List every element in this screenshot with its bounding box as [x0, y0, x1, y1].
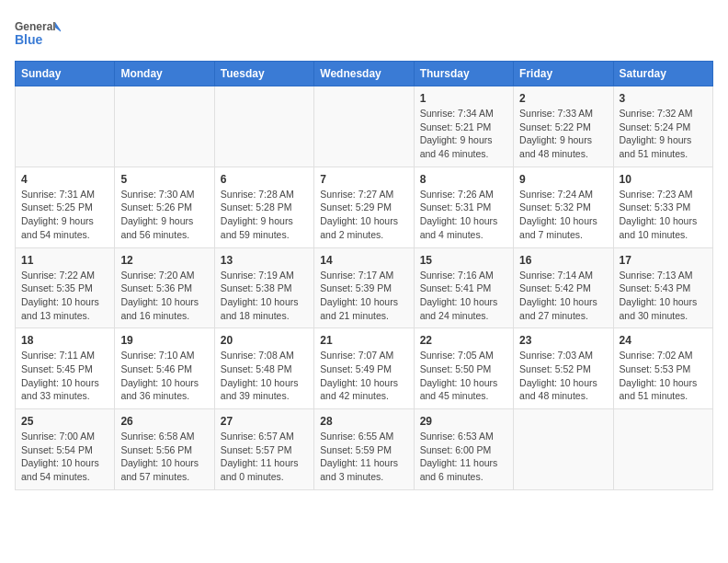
weekday-header: Sunday [16, 62, 115, 86]
day-number: 15 [420, 254, 507, 267]
calendar-cell: 16Sunrise: 7:14 AM Sunset: 5:42 PM Dayli… [514, 247, 613, 328]
calendar-cell: 14Sunrise: 7:17 AM Sunset: 5:39 PM Dayli… [314, 247, 414, 328]
day-info: Sunrise: 7:31 AM Sunset: 5:25 PM Dayligh… [21, 188, 108, 242]
calendar-body: 1Sunrise: 7:34 AM Sunset: 5:21 PM Daylig… [16, 86, 713, 490]
calendar-cell: 12Sunrise: 7:20 AM Sunset: 5:36 PM Dayli… [115, 247, 214, 328]
calendar-cell: 1Sunrise: 7:34 AM Sunset: 5:21 PM Daylig… [414, 86, 513, 167]
day-number: 17 [620, 254, 707, 267]
calendar-header: SundayMondayTuesdayWednesdayThursdayFrid… [16, 62, 713, 86]
day-number: 25 [21, 415, 108, 428]
day-info: Sunrise: 7:03 AM Sunset: 5:52 PM Dayligh… [519, 349, 607, 403]
logo-svg: General Blue [15, 15, 61, 52]
calendar-cell [16, 86, 115, 167]
day-number: 26 [120, 415, 208, 428]
calendar-cell [214, 86, 313, 167]
day-number: 8 [420, 173, 507, 186]
calendar-cell: 17Sunrise: 7:13 AM Sunset: 5:43 PM Dayli… [613, 247, 712, 328]
day-info: Sunrise: 7:05 AM Sunset: 5:50 PM Dayligh… [420, 349, 507, 403]
weekday-header: Monday [115, 62, 214, 86]
weekday-header: Friday [514, 62, 613, 86]
day-number: 4 [21, 173, 108, 186]
day-info: Sunrise: 7:13 AM Sunset: 5:43 PM Dayligh… [620, 269, 707, 323]
day-info: Sunrise: 7:30 AM Sunset: 5:26 PM Dayligh… [120, 188, 208, 242]
calendar-cell: 5Sunrise: 7:30 AM Sunset: 5:26 PM Daylig… [115, 167, 214, 247]
weekday-header-row: SundayMondayTuesdayWednesdayThursdayFrid… [16, 62, 713, 86]
day-number: 28 [320, 415, 407, 428]
calendar-cell [314, 86, 414, 167]
calendar-cell: 7Sunrise: 7:27 AM Sunset: 5:29 PM Daylig… [314, 167, 414, 247]
day-number: 13 [221, 254, 308, 267]
day-number: 24 [620, 334, 707, 347]
calendar-week-row: 18Sunrise: 7:11 AM Sunset: 5:45 PM Dayli… [16, 328, 713, 409]
day-info: Sunrise: 7:23 AM Sunset: 5:33 PM Dayligh… [620, 188, 707, 242]
calendar-cell: 27Sunrise: 6:57 AM Sunset: 5:57 PM Dayli… [214, 409, 313, 490]
day-info: Sunrise: 7:34 AM Sunset: 5:21 PM Dayligh… [420, 107, 507, 161]
calendar-cell: 25Sunrise: 7:00 AM Sunset: 5:54 PM Dayli… [16, 409, 115, 490]
day-info: Sunrise: 6:58 AM Sunset: 5:56 PM Dayligh… [120, 430, 208, 484]
calendar-cell: 23Sunrise: 7:03 AM Sunset: 5:52 PM Dayli… [514, 328, 613, 409]
day-number: 7 [320, 173, 407, 186]
day-number: 23 [519, 334, 607, 347]
calendar-cell: 10Sunrise: 7:23 AM Sunset: 5:33 PM Dayli… [613, 167, 712, 247]
page-header: General Blue [15, 15, 713, 52]
day-number: 20 [221, 334, 308, 347]
day-info: Sunrise: 7:24 AM Sunset: 5:32 PM Dayligh… [519, 188, 607, 242]
day-info: Sunrise: 7:00 AM Sunset: 5:54 PM Dayligh… [21, 430, 108, 484]
day-info: Sunrise: 6:55 AM Sunset: 5:59 PM Dayligh… [320, 430, 407, 484]
day-number: 10 [620, 173, 707, 186]
day-number: 16 [519, 254, 607, 267]
day-number: 6 [221, 173, 308, 186]
calendar-cell [613, 409, 712, 490]
calendar-week-row: 1Sunrise: 7:34 AM Sunset: 5:21 PM Daylig… [16, 86, 713, 167]
day-number: 1 [420, 92, 507, 105]
weekday-header: Thursday [414, 62, 513, 86]
day-number: 14 [320, 254, 407, 267]
day-info: Sunrise: 6:53 AM Sunset: 6:00 PM Dayligh… [420, 430, 507, 484]
calendar-week-row: 4Sunrise: 7:31 AM Sunset: 5:25 PM Daylig… [16, 167, 713, 247]
day-number: 3 [620, 92, 707, 105]
day-number: 2 [519, 92, 607, 105]
day-info: Sunrise: 7:19 AM Sunset: 5:38 PM Dayligh… [221, 269, 308, 323]
day-info: Sunrise: 7:14 AM Sunset: 5:42 PM Dayligh… [519, 269, 607, 323]
day-info: Sunrise: 7:22 AM Sunset: 5:35 PM Dayligh… [21, 269, 108, 323]
day-number: 12 [120, 254, 208, 267]
day-info: Sunrise: 7:16 AM Sunset: 5:41 PM Dayligh… [420, 269, 507, 323]
day-number: 21 [320, 334, 407, 347]
calendar-cell: 20Sunrise: 7:08 AM Sunset: 5:48 PM Dayli… [214, 328, 313, 409]
weekday-header: Tuesday [214, 62, 313, 86]
calendar-cell: 24Sunrise: 7:02 AM Sunset: 5:53 PM Dayli… [613, 328, 712, 409]
calendar-cell: 13Sunrise: 7:19 AM Sunset: 5:38 PM Dayli… [214, 247, 313, 328]
day-info: Sunrise: 7:11 AM Sunset: 5:45 PM Dayligh… [21, 349, 108, 403]
calendar-cell: 3Sunrise: 7:32 AM Sunset: 5:24 PM Daylig… [613, 86, 712, 167]
calendar-cell: 2Sunrise: 7:33 AM Sunset: 5:22 PM Daylig… [514, 86, 613, 167]
calendar-cell: 6Sunrise: 7:28 AM Sunset: 5:28 PM Daylig… [214, 167, 313, 247]
day-info: Sunrise: 7:20 AM Sunset: 5:36 PM Dayligh… [120, 269, 208, 323]
calendar-cell: 21Sunrise: 7:07 AM Sunset: 5:49 PM Dayli… [314, 328, 414, 409]
calendar-cell: 15Sunrise: 7:16 AM Sunset: 5:41 PM Dayli… [414, 247, 513, 328]
day-number: 11 [21, 254, 108, 267]
calendar-cell: 28Sunrise: 6:55 AM Sunset: 5:59 PM Dayli… [314, 409, 414, 490]
day-info: Sunrise: 7:26 AM Sunset: 5:31 PM Dayligh… [420, 188, 507, 242]
weekday-header: Saturday [613, 62, 712, 86]
day-number: 18 [21, 334, 108, 347]
svg-text:General: General [15, 20, 56, 33]
calendar-cell [514, 409, 613, 490]
calendar-cell: 22Sunrise: 7:05 AM Sunset: 5:50 PM Dayli… [414, 328, 513, 409]
day-number: 19 [120, 334, 208, 347]
day-number: 27 [221, 415, 308, 428]
svg-marker-2 [55, 22, 61, 33]
calendar-table: SundayMondayTuesdayWednesdayThursdayFrid… [15, 61, 713, 490]
svg-text:Blue: Blue [15, 32, 43, 47]
calendar-cell: 19Sunrise: 7:10 AM Sunset: 5:46 PM Dayli… [115, 328, 214, 409]
day-info: Sunrise: 7:27 AM Sunset: 5:29 PM Dayligh… [320, 188, 407, 242]
weekday-header: Wednesday [314, 62, 414, 86]
calendar-cell: 9Sunrise: 7:24 AM Sunset: 5:32 PM Daylig… [514, 167, 613, 247]
calendar-cell: 18Sunrise: 7:11 AM Sunset: 5:45 PM Dayli… [16, 328, 115, 409]
logo: General Blue [15, 15, 61, 52]
calendar-cell: 11Sunrise: 7:22 AM Sunset: 5:35 PM Dayli… [16, 247, 115, 328]
calendar-week-row: 25Sunrise: 7:00 AM Sunset: 5:54 PM Dayli… [16, 409, 713, 490]
day-info: Sunrise: 7:02 AM Sunset: 5:53 PM Dayligh… [620, 349, 707, 403]
calendar-cell [115, 86, 214, 167]
day-number: 29 [420, 415, 507, 428]
day-number: 9 [519, 173, 607, 186]
